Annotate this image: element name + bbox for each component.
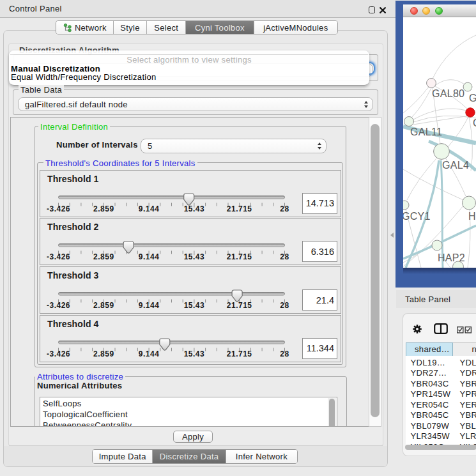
svg-text:2.859: 2.859 [93,252,114,261]
svg-text:28: 28 [280,349,289,358]
svg-text:GAL80: GAL80 [432,88,464,99]
svg-text:21.715: 21.715 [227,204,252,213]
svg-text:9.144: 9.144 [139,204,160,213]
svg-text:-3.426: -3.426 [47,349,70,358]
svg-text:15.43: 15.43 [184,252,205,261]
svg-text:15.43: 15.43 [184,204,205,213]
svg-text:21.715: 21.715 [227,301,252,310]
svg-text:2.859: 2.859 [93,301,114,310]
svg-text:21.715: 21.715 [227,349,252,358]
svg-text:C: C [473,118,476,128]
svg-text:15.43: 15.43 [184,301,205,310]
svg-text:GAL11: GAL11 [410,127,442,137]
svg-text:28: 28 [280,204,289,213]
svg-text:21.715: 21.715 [227,252,252,261]
svg-text:15.43: 15.43 [184,349,205,358]
svg-text:2.859: 2.859 [93,204,114,213]
svg-text:9.144: 9.144 [139,301,160,310]
svg-text:-3.426: -3.426 [47,252,70,261]
svg-text:9.144: 9.144 [139,252,160,261]
svg-text:-3.426: -3.426 [47,301,70,310]
svg-text:28: 28 [280,252,289,261]
svg-text:HAP2: HAP2 [438,252,465,263]
svg-text:-3.426: -3.426 [47,204,70,213]
svg-text:9.144: 9.144 [139,349,160,358]
svg-text:2.859: 2.859 [93,349,114,358]
svg-text:GA: GA [469,93,476,104]
svg-text:H: H [468,211,476,222]
svg-text:GAL4: GAL4 [442,160,469,171]
svg-text:28: 28 [280,301,289,310]
svg-text:GCY1: GCY1 [403,211,431,222]
